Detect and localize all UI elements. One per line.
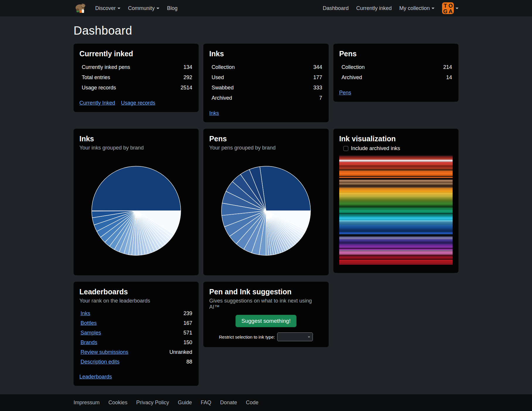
stat-value: 14 xyxy=(446,74,452,81)
include-archived-inks-checkbox[interactable] xyxy=(343,146,348,151)
page-title: Dashboard xyxy=(74,24,458,37)
leaderboard-rank-value: 167 xyxy=(183,320,192,326)
leaderboard-row: Inks239 xyxy=(79,309,193,318)
card-title: Pen and Ink suggestion xyxy=(209,288,323,296)
chevron-down-icon xyxy=(117,8,120,9)
stat-label: Usage records xyxy=(82,85,116,91)
footer-link-guide[interactable]: Guide xyxy=(178,400,192,406)
pens-pie-chart xyxy=(209,152,323,269)
inks-stats: Collection344Used177Swabbed333Archived7 xyxy=(209,62,323,103)
card-title: Inks xyxy=(79,135,193,143)
footer-link-cookies[interactable]: Cookies xyxy=(108,400,127,406)
chevron-down-icon xyxy=(432,8,434,9)
footer-link-code[interactable]: Code xyxy=(246,400,258,406)
nav-item-my-collection[interactable]: My collection xyxy=(396,3,437,14)
leaderboard-samples-link[interactable]: Samples xyxy=(81,330,101,336)
stat-label: Total entries xyxy=(82,74,110,81)
nav-item-dashboard[interactable]: Dashboard xyxy=(320,3,352,14)
inks-link[interactable]: Inks xyxy=(209,110,219,116)
leaderboard-rank-value: 88 xyxy=(186,359,192,365)
footer: ImpressumCookiesPrivacy PolicyGuideFAQDo… xyxy=(0,394,532,411)
stat-row: Swabbed333 xyxy=(209,83,323,93)
leaderboard-review-submissions-link[interactable]: Review submissions xyxy=(81,349,128,355)
nav-item-currently-inked[interactable]: Currently inked xyxy=(353,3,395,14)
leaderboards-link[interactable]: Leaderboards xyxy=(79,374,112,380)
inks-pie-chart xyxy=(79,152,193,269)
card-title: Inks xyxy=(209,50,323,58)
card-subtitle: Your inks grouped by brand xyxy=(79,145,193,151)
capybara-logo[interactable] xyxy=(74,2,86,14)
nav-item-blog[interactable]: Blog xyxy=(164,3,180,14)
navbar: DiscoverCommunityBlog DashboardCurrently… xyxy=(0,0,532,16)
pie-slice[interactable] xyxy=(92,166,181,211)
card-title: Leaderboards xyxy=(79,288,193,296)
stat-row: Total entries292 xyxy=(79,72,193,83)
leaderboard-rank-value: 239 xyxy=(183,310,192,317)
dashboard-grid: Currently inked Currently inked pens134T… xyxy=(74,44,458,386)
leaderboard-rank-value: 150 xyxy=(183,339,192,346)
leaderboard-rank-value: 571 xyxy=(183,330,192,336)
pens-links: Pens xyxy=(339,90,453,96)
card-subtitle: Your pens grouped by brand xyxy=(209,145,323,151)
stat-label: Archived xyxy=(212,95,232,101)
stat-value: 333 xyxy=(313,85,322,91)
inks-stats-card: Inks Collection344Used177Swabbed333Archi… xyxy=(203,44,328,122)
stat-value: 2514 xyxy=(180,85,192,91)
stat-row: Archived7 xyxy=(209,93,323,103)
pens-stats-card: Pens Collection214Archived14 Pens xyxy=(333,44,458,102)
card-title: Currently inked xyxy=(79,50,193,58)
footer-link-faq[interactable]: FAQ xyxy=(201,400,211,406)
leaderboard-inks-link[interactable]: Inks xyxy=(81,310,90,317)
footer-link-donate[interactable]: Donate xyxy=(220,400,237,406)
stat-row: Used177 xyxy=(209,72,323,83)
usage-records-link[interactable]: Usage records xyxy=(121,100,155,106)
ink-color-stripe xyxy=(339,263,453,265)
nav-item-discover[interactable]: Discover xyxy=(92,3,123,14)
pens-pie-card: Pens Your pens grouped by brand xyxy=(203,129,328,275)
footer-link-impressum[interactable]: Impressum xyxy=(74,400,100,406)
stat-value: 292 xyxy=(183,74,192,81)
suggestion-card: Pen and Ink suggestion Gives suggestions… xyxy=(203,282,328,347)
leaderboard-row: Samples571 xyxy=(79,328,193,338)
avatar-letter: G xyxy=(443,8,448,14)
leaderboard-row: Brands150 xyxy=(79,338,193,347)
leaderboard-row: Review submissionsUnranked xyxy=(79,347,193,357)
leaderboards-links: Leaderboards xyxy=(79,374,193,380)
currently-inked-link[interactable]: Currently Inked xyxy=(79,100,115,106)
footer-link-privacy-policy[interactable]: Privacy Policy xyxy=(136,400,169,406)
card-title: Ink visualization xyxy=(339,135,453,143)
leaderboard-brands-link[interactable]: Brands xyxy=(81,339,97,346)
avatar-letter: T xyxy=(444,3,447,9)
leaderboard-row: Bottles167 xyxy=(79,318,193,328)
leaderboard-ranks: Inks239Bottles167Samples571Brands150Revi… xyxy=(79,309,193,367)
include-archived-inks-label[interactable]: Include archived inks xyxy=(351,145,400,152)
user-menu[interactable]: T O G A xyxy=(442,2,458,14)
stat-label: Collection xyxy=(342,64,365,70)
leaderboards-card: Leaderboards Your rank on the leaderboar… xyxy=(74,282,199,386)
stat-row: Archived14 xyxy=(339,72,453,83)
avatar-letter: A xyxy=(449,9,453,14)
stat-label: Collection xyxy=(212,64,235,70)
card-title: Pens xyxy=(339,50,453,58)
stat-label: Archived xyxy=(342,74,362,81)
ink-type-select[interactable] xyxy=(277,332,313,341)
currently-inked-links: Currently InkedUsage records xyxy=(79,100,193,106)
pens-stats: Collection214Archived14 xyxy=(339,62,453,83)
leaderboard-bottles-link[interactable]: Bottles xyxy=(81,320,97,326)
pie-slice[interactable] xyxy=(260,166,311,211)
pens-link[interactable]: Pens xyxy=(339,90,351,96)
stat-row: Usage records2514 xyxy=(79,83,193,93)
stat-value: 177 xyxy=(313,74,322,81)
suggest-something-button[interactable]: Suggest something! xyxy=(236,315,296,327)
nav-item-community[interactable]: Community xyxy=(125,3,162,14)
leaderboard-row: Description edits88 xyxy=(79,357,193,367)
capybara-logo-image xyxy=(74,2,86,14)
restrict-ink-type-label: Restrict selection to ink type: xyxy=(219,334,275,339)
footer-links: ImpressumCookiesPrivacy PolicyGuideFAQDo… xyxy=(74,400,458,406)
leaderboard-description-edits-link[interactable]: Description edits xyxy=(81,359,120,365)
card-title: Pens xyxy=(209,135,323,143)
ink-color-stripes xyxy=(339,155,453,267)
navbar-left: DiscoverCommunityBlog xyxy=(74,2,180,14)
stat-row: Currently inked pens134 xyxy=(79,62,193,72)
chevron-down-icon xyxy=(156,8,159,9)
